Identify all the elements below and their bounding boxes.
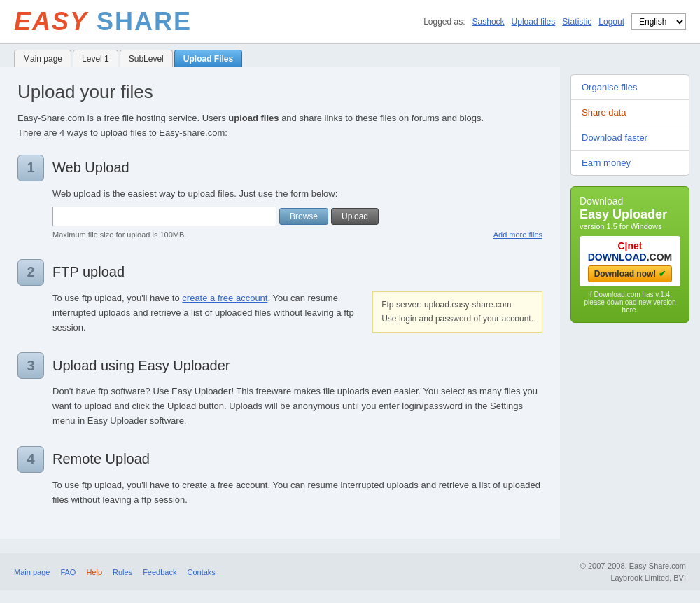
statistic-link[interactable]: Statistic (562, 17, 592, 27)
step-1-title: Web Upload (52, 160, 130, 176)
ftp-row: To use ftp upload, you'll have to create… (52, 291, 542, 335)
step-4-number: 4 (18, 446, 44, 473)
footer-link-rules[interactable]: Rules (113, 568, 132, 576)
download-box: Download Easy Uploader version 1.5 for W… (570, 186, 690, 323)
sidebar-link-download[interactable]: Download faster (571, 125, 689, 151)
logout-link[interactable]: Logout (598, 17, 624, 27)
step-1-number: 1 (18, 155, 44, 181)
footer-link-contaks[interactable]: Contaks (187, 568, 215, 576)
step-2-body: To use ftp upload, you'll have to create… (18, 291, 542, 335)
download-note: If Download.com has v.1.4, please downlo… (580, 291, 680, 314)
language-selector[interactable]: English Russian German French (631, 13, 686, 30)
page-title: Upload your files (18, 81, 542, 103)
file-hint-row: Maximum file size for upload is 100MB. A… (52, 229, 542, 242)
add-more-files-link[interactable]: Add more files (493, 229, 542, 242)
header-right: Logged as: Sashock Upload files Statisti… (424, 13, 686, 30)
logo: EASY SHARE (14, 7, 192, 36)
check-icon: ✔ (659, 269, 666, 279)
create-account-link[interactable]: create a free account (182, 293, 267, 303)
footer-link-feedback[interactable]: Feedback (143, 568, 176, 576)
step-1: 1 Web Upload Web upload is the easiest w… (18, 155, 542, 242)
sidebar: Organise files Share data Download faste… (560, 67, 700, 539)
cnet-download-button[interactable]: Download now! ✔ (588, 265, 673, 282)
step-2-title: FTP upload (52, 264, 125, 280)
browse-button[interactable]: Browse (279, 208, 328, 225)
step-2: 2 FTP upload To use ftp upload, you'll h… (18, 259, 542, 335)
sidebar-link-earn[interactable]: Earn money (571, 151, 689, 175)
tab-sublevel[interactable]: SubLevel (120, 50, 173, 67)
step-3-header: 3 Upload using Easy Uploader (18, 352, 542, 379)
step-4: 4 Remote Upload To use ftp upload, you'l… (18, 446, 542, 508)
tab-main-page[interactable]: Main page (14, 50, 71, 67)
nav-tabs: Main page Level 1 SubLevel Upload Files (0, 44, 700, 67)
step-3-number: 3 (18, 352, 44, 379)
step-1-header: 1 Web Upload (18, 155, 542, 181)
footer-link-faq[interactable]: FAQ (60, 568, 76, 576)
footer: Main page FAQ Help Rules Feedback Contak… (0, 553, 700, 590)
footer-link-help[interactable]: Help (86, 568, 102, 576)
footer-copyright: © 2007-2008. Easy-Share.com Laybrook Lim… (580, 560, 686, 583)
download-here-link[interactable]: here (622, 306, 636, 314)
cnet-badge: C|net DOWNLOAD.COM Download now! ✔ (580, 236, 680, 286)
ftp-login-label: Use login and password of your account. (382, 312, 533, 326)
language-dropdown[interactable]: English Russian German French (631, 13, 686, 30)
ftp-server-label: Ftp server: upload.easy-share.com (382, 298, 533, 312)
upload-files-link[interactable]: Upload files (512, 17, 556, 27)
step-3: 3 Upload using Easy Uploader Don't have … (18, 352, 542, 428)
ftp-info-box: Ftp server: upload.easy-share.com Use lo… (372, 291, 542, 333)
sidebar-links: Organise files Share data Download faste… (570, 74, 690, 176)
logo-easy: EASY (14, 7, 88, 36)
footer-links: Main page FAQ Help Rules Feedback Contak… (14, 568, 216, 576)
user-link[interactable]: Sashock (472, 17, 505, 27)
download-version: version 1.5 for Windows (580, 222, 680, 230)
intro-text: Easy-Share.com is a free file hosting se… (18, 111, 542, 141)
sidebar-link-share[interactable]: Share data (571, 100, 689, 125)
upload-button[interactable]: Upload (331, 208, 379, 225)
file-input-row: Browse Upload (52, 207, 542, 226)
step-3-body: Don't have ftp software? Use Easy Upload… (18, 384, 542, 428)
sidebar-link-organise[interactable]: Organise files (571, 75, 689, 100)
tab-level1[interactable]: Level 1 (73, 50, 118, 67)
ftp-text: To use ftp upload, you'll have to create… (52, 291, 358, 335)
logo-share: SHARE (97, 7, 192, 36)
download-title: Download Easy Uploader (580, 195, 680, 222)
step-4-title: Remote Upload (52, 451, 150, 467)
step-1-body: Web upload is the easiest way to upload … (18, 187, 542, 242)
step-3-title: Upload using Easy Uploader (52, 358, 230, 374)
step-4-header: 4 Remote Upload (18, 446, 542, 473)
step-2-number: 2 (18, 259, 44, 286)
logged-in-label: Logged as: (424, 17, 465, 27)
file-input[interactable] (52, 207, 276, 226)
tab-upload-files[interactable]: Upload Files (174, 50, 242, 67)
web-upload-form: Browse Upload Maximum file size for uplo… (52, 207, 542, 242)
step-4-body: To use ftp upload, you'll have to create… (18, 478, 542, 508)
footer-link-main[interactable]: Main page (14, 568, 50, 576)
max-size-label: Maximum file size for upload is 100MB. (52, 229, 186, 242)
step-2-header: 2 FTP upload (18, 259, 542, 286)
cnet-logo: C|net DOWNLOAD.COM (584, 240, 676, 263)
